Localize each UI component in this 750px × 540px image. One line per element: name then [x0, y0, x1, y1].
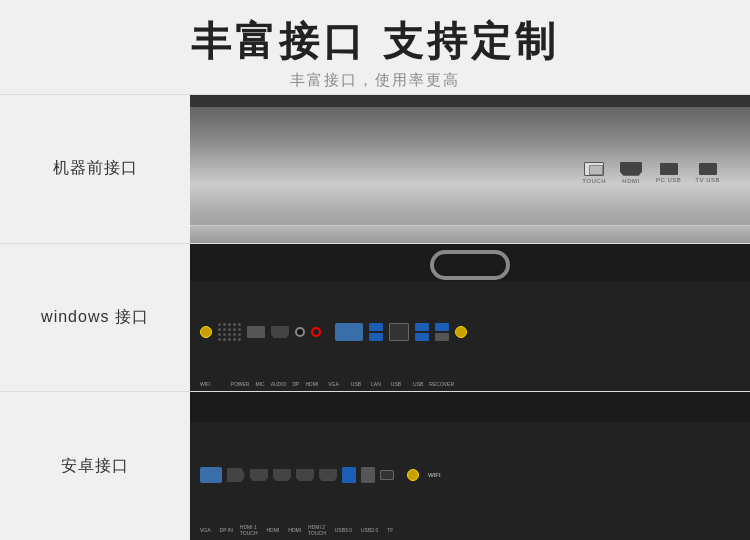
usb3-port-6 — [435, 333, 449, 341]
win-hdmi-label: HDMI — [305, 381, 318, 387]
tvusb-label: TV USB — [695, 177, 720, 183]
row-image-android: WIFI VGA DP IN HDMI 1TOUCH HDMI HDMI HDM… — [190, 392, 750, 540]
audio-port-2 — [311, 327, 321, 337]
win-usb2-label: USB — [391, 381, 401, 387]
wifi-ant-right-icon — [455, 326, 467, 338]
and-vga-label: VGA — [200, 527, 211, 533]
page: 丰富接口 支持定制 丰富接口，使用率更高 机器前接口 TOUCH — [0, 0, 750, 540]
hdmi-label: HDMI — [622, 178, 639, 184]
and-hdmi-label: HDMI — [267, 527, 280, 533]
and-hdmi-icon — [273, 469, 291, 481]
speaker-grid — [218, 323, 241, 341]
row-image-windows: WIFI POWER MIC AUDIO DP HDMI VGA USB LAN… — [190, 244, 750, 392]
and-usb2-label: USB2.0 — [361, 527, 378, 533]
row-label-windows: windows 接口 — [0, 244, 190, 392]
android-ports-icons: WIFI — [190, 422, 750, 522]
win-ports-area: WIFI POWER MIC AUDIO DP HDMI VGA USB LAN… — [190, 281, 750, 392]
and-vga-icon — [200, 467, 222, 483]
and-tf-label: TF — [387, 527, 393, 533]
and-hdmi2-label: HDMI — [288, 527, 301, 533]
wifi-ant-icon — [200, 326, 212, 338]
and-hdmi1t-label: HDMI 1TOUCH — [240, 524, 258, 536]
win-port-labels: WIFI POWER MIC AUDIO DP HDMI VGA USB LAN… — [190, 379, 750, 391]
and-hdmi1t-icon — [250, 469, 268, 481]
and-usb2-icon — [361, 467, 375, 483]
and-usb3-icon — [342, 467, 356, 483]
header: 丰富接口 支持定制 丰富接口，使用率更高 — [0, 0, 750, 94]
android-ports-area: WIFI VGA DP IN HDMI 1TOUCH HDMI HDMI HDM… — [190, 422, 750, 540]
usb3-port-3 — [415, 323, 429, 331]
win-panel: WIFI POWER MIC AUDIO DP HDMI VGA USB LAN… — [190, 244, 750, 392]
and-wifi-label: WIFI — [428, 472, 441, 478]
win-audio-label: AUDIO — [271, 381, 287, 387]
android-panel: WIFI VGA DP IN HDMI 1TOUCH HDMI HDMI HDM… — [190, 392, 750, 540]
main-title: 丰富接口 支持定制 — [0, 14, 750, 69]
port-hdmi: HDMI — [620, 162, 642, 184]
usb3-port-5 — [435, 323, 449, 331]
pcusb-label: PC USB — [656, 177, 681, 183]
usb3-port-4 — [415, 333, 429, 341]
and-tf-icon — [380, 470, 394, 480]
row-label-front: 机器前接口 — [0, 95, 190, 243]
touch-port-icon — [584, 162, 604, 176]
sub-title: 丰富接口，使用率更高 — [0, 71, 750, 90]
port-tvusb: TV USB — [695, 163, 720, 183]
eth-port-icon — [389, 323, 409, 341]
row-front: 机器前接口 TOUCH HDMI — [0, 94, 750, 243]
row-label-android: 安卓接口 — [0, 392, 190, 540]
and-wifi-ant-icon — [407, 469, 419, 481]
and-dp-label: DP IN — [220, 527, 233, 533]
audio-port-1 — [295, 327, 305, 337]
and-hdmi2t-icon — [319, 469, 337, 481]
win-power-label: POWER — [231, 381, 250, 387]
win-wifi-label: WIFI — [200, 381, 211, 387]
front-ports: TOUCH HDMI PC USB TV USB — [582, 162, 750, 184]
pcusb-port-icon — [660, 163, 678, 175]
win-ports-icons — [190, 281, 750, 380]
win-handle — [430, 250, 510, 280]
front-panel-bar — [190, 95, 750, 107]
and-dp-icon — [227, 468, 245, 482]
tvusb-port-icon — [699, 163, 717, 175]
win-mic-label: MIC — [255, 381, 264, 387]
dp-port-icon — [247, 326, 265, 338]
touch-label: TOUCH — [582, 178, 606, 184]
vga-port-icon — [335, 323, 363, 341]
usb3-port-1 — [369, 323, 383, 331]
rows-container: 机器前接口 TOUCH HDMI — [0, 94, 750, 540]
win-recover-label: RECOVER — [429, 381, 454, 387]
row-android: 安卓接口 — [0, 391, 750, 540]
win-usb3-label: USB — [413, 381, 423, 387]
win-lan-label: LAN — [371, 381, 381, 387]
front-panel-bottom — [190, 225, 750, 243]
and-hdmi2-icon — [296, 469, 314, 481]
front-panel: TOUCH HDMI PC USB TV USB — [190, 95, 750, 243]
android-port-labels: VGA DP IN HDMI 1TOUCH HDMI HDMI HDMI 2TO… — [190, 522, 750, 540]
usb3-port-2 — [369, 333, 383, 341]
port-touch: TOUCH — [582, 162, 606, 184]
row-image-front: TOUCH HDMI PC USB TV USB — [190, 95, 750, 243]
win-vga-label: VGA — [328, 381, 339, 387]
hdmi-port-icon — [620, 162, 642, 176]
row-windows: windows 接口 — [0, 243, 750, 392]
port-pcusb: PC USB — [656, 163, 681, 183]
win-hdmi-icon — [271, 326, 289, 338]
and-usb3-label: USB3.0 — [335, 527, 352, 533]
and-hdmi2t-label: HDMI 2TOUCH — [308, 524, 326, 536]
win-usb1-label: USB — [351, 381, 361, 387]
win-dp-label: DP — [292, 381, 299, 387]
